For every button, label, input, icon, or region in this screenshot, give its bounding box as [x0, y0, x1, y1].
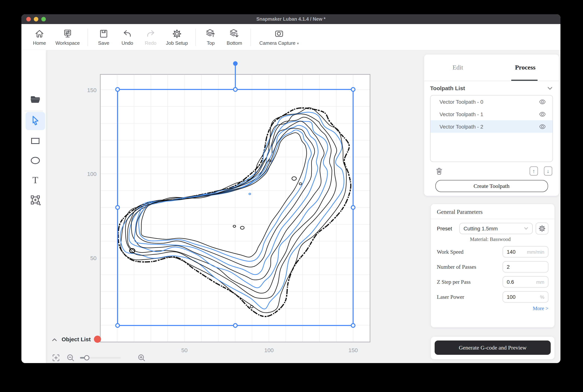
toolbar-job-setup[interactable]: Job Setup	[162, 26, 192, 48]
ellipse-tool[interactable]	[27, 152, 43, 169]
app-window: Snapmaker Luban 4.1.4 / New * Home Works…	[21, 14, 561, 363]
main-content: T 150 100 50	[21, 50, 561, 363]
layers-bottom-icon	[229, 28, 240, 40]
titlebar: Snapmaker Luban 4.1.4 / New *	[21, 14, 561, 24]
select-tool[interactable]	[25, 112, 45, 130]
scale-icon	[29, 194, 42, 206]
laser-power-input[interactable]: 100 %	[503, 291, 549, 302]
toolbar-save[interactable]: Save	[92, 26, 116, 48]
zoom-slider[interactable]	[80, 357, 121, 358]
number-of-passes-input[interactable]: 2	[503, 261, 549, 272]
camera-icon	[273, 28, 285, 40]
more-parameters-link[interactable]: More >	[431, 306, 549, 312]
gear-icon	[538, 225, 546, 232]
y-axis-tick: 150	[80, 87, 96, 93]
window-title: Snapmaker Luban 4.1.4 / New *	[21, 14, 561, 24]
rectangle-tool[interactable]	[27, 133, 43, 149]
toolbar-undo-label: Undo	[121, 40, 133, 46]
toolbar-camera-text: Camera Capture	[259, 40, 295, 46]
move-toolpath-down-button[interactable]: ↓	[544, 166, 552, 176]
zoom-controls	[52, 354, 146, 362]
camera-dropdown-caret: ▾	[297, 41, 299, 46]
redo-icon	[145, 28, 156, 40]
tool-sidebar: T	[21, 50, 46, 363]
general-parameters-card: General Parameters Preset Cutting 1.5mm	[431, 204, 555, 327]
general-parameters-title: General Parameters	[431, 204, 555, 219]
preset-value: Cutting 1.5mm	[464, 226, 524, 232]
y-axis-tick: 50	[80, 255, 96, 261]
object-status-dot	[94, 336, 101, 343]
text-tool[interactable]: T	[27, 172, 43, 189]
z-step-per-pass-input[interactable]: 0.6 mm	[503, 276, 549, 288]
toolbar-camera-capture[interactable]: Camera Capture▾	[255, 26, 304, 48]
toolbar-job-setup-label: Job Setup	[166, 40, 188, 46]
toolpath-actions: ↑ ↓	[435, 166, 552, 176]
param-row: Z Step per Pass 0.6 mm	[437, 276, 549, 288]
toolpath-row[interactable]: Vector Toolpath - 2	[431, 120, 553, 133]
toolpath-card: Edit Process Toolpath List Vector Toolpa…	[424, 54, 559, 196]
param-unit: mm	[536, 279, 544, 285]
canvas-viewport[interactable]: 150 100 50 50 100 150 Object List	[46, 50, 422, 363]
toolpath-row[interactable]: Vector Toolpath - 1	[431, 108, 553, 120]
toolbar-bottom[interactable]: Bottom	[222, 26, 247, 48]
toolpath-name: Vector Toolpath - 1	[440, 111, 483, 117]
up-arrow-glyph: ↑	[533, 168, 535, 174]
toolbar-separator	[195, 28, 196, 46]
toolbar-home[interactable]: Home	[27, 26, 51, 48]
undo-icon	[122, 28, 133, 40]
down-arrow-glyph: ↓	[547, 168, 549, 174]
scale-tool[interactable]	[27, 192, 43, 208]
text-icon: T	[29, 174, 42, 187]
toolbar-home-label: Home	[33, 40, 46, 46]
toolpath-row[interactable]: Vector Toolpath - 0	[431, 96, 553, 108]
toolbar-separator	[251, 28, 251, 46]
toolbar-undo[interactable]: Undo	[116, 26, 139, 48]
layers-top-icon	[205, 28, 216, 40]
cursor-icon	[29, 115, 42, 128]
param-label: Work Speed	[437, 248, 464, 255]
preset-dropdown[interactable]: Cutting 1.5mm	[459, 223, 533, 234]
toolpath-list-title: Toolpath List	[430, 85, 465, 91]
param-label: Laser Power	[437, 294, 464, 300]
param-row: Laser Power 100 %	[437, 291, 549, 302]
zoom-in-icon[interactable]	[137, 354, 146, 362]
preset-settings-button[interactable]	[536, 222, 549, 234]
main-toolbar: Home Workspace Save	[21, 24, 561, 50]
delete-toolpath-icon[interactable]	[435, 166, 444, 176]
zoom-slider-knob[interactable]	[84, 355, 89, 360]
design-canvas[interactable]	[46, 50, 422, 363]
visibility-eye-icon[interactable]	[539, 98, 546, 105]
svg-text:T: T	[32, 175, 38, 185]
active-tab-underline	[511, 80, 538, 81]
preset-row: Preset Cutting 1.5mm	[437, 223, 549, 234]
open-file-tool[interactable]	[27, 91, 43, 108]
object-list-label: Object List	[62, 336, 91, 342]
create-toolpath-button[interactable]: Create Toolpath	[435, 180, 548, 192]
visibility-eye-icon[interactable]	[539, 111, 546, 118]
move-toolpath-up-button[interactable]: ↑	[530, 166, 538, 176]
panel-tabs: Edit Process	[424, 54, 559, 81]
generate-gcode-button[interactable]: Generate G-code and Preview	[435, 340, 551, 355]
toolbar-top-label: Top	[207, 40, 215, 46]
toolbar-top[interactable]: Top	[199, 26, 222, 48]
tab-edit[interactable]: Edit	[424, 54, 492, 81]
zoom-out-icon[interactable]	[66, 354, 75, 362]
param-row: Work Speed 140 mm/min	[437, 246, 549, 258]
toolbar-workspace-label: Workspace	[55, 40, 80, 46]
object-list-toggle[interactable]: Object List	[51, 336, 101, 343]
x-axis-tick: 100	[258, 347, 280, 353]
chevron-up-icon	[51, 336, 58, 342]
screen: Snapmaker Luban 4.1.4 / New * Home Works…	[0, 0, 583, 392]
chevron-down-icon	[524, 227, 529, 230]
visibility-eye-icon[interactable]	[539, 123, 546, 130]
zoom-fit-icon[interactable]	[52, 354, 60, 362]
toolbar-redo[interactable]: Redo	[139, 26, 162, 48]
toolpath-list-header[interactable]: Toolpath List	[424, 81, 559, 94]
folder-icon	[29, 93, 42, 106]
work-speed-input[interactable]: 140 mm/min	[503, 246, 549, 258]
toolbar-workspace[interactable]: Workspace	[51, 26, 84, 48]
tab-process[interactable]: Process	[492, 54, 559, 81]
sidebar-divider	[24, 111, 43, 111]
generate-card: Generate G-code and Preview	[431, 337, 555, 359]
chevron-down-icon[interactable]	[547, 86, 553, 90]
